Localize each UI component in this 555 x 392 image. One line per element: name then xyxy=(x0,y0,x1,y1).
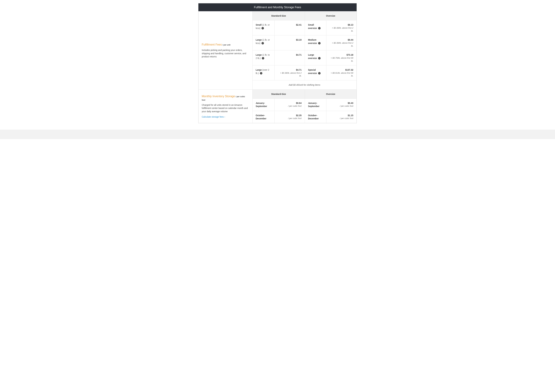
per-unit: / per cubic foot xyxy=(278,105,301,108)
fulfillment-title: Fulfillment Fees xyxy=(202,43,222,46)
info-icon[interactable]: i xyxy=(318,27,321,29)
fulfillment-section: Fulfillment Fees / per unit Includes pic… xyxy=(198,11,253,90)
period-label: January-September xyxy=(308,102,319,107)
info-icon[interactable]: i xyxy=(318,57,321,59)
per-unit: / per cubic foot xyxy=(329,105,353,108)
price-extra: + $0.79/lb. above first 90 lb. xyxy=(329,57,353,63)
fulfillment-description: Includes picking and packing your orders… xyxy=(202,49,249,58)
standard-size-header: Standard-Size xyxy=(253,11,305,20)
fulfillment-unit: / per unit xyxy=(222,44,231,46)
storage-description: Charged for all units stored in an Amazo… xyxy=(202,103,249,113)
fees-table: Fulfillment Fees / per unit Includes pic… xyxy=(198,11,357,123)
price-value: $4.71 xyxy=(278,53,301,57)
info-icon[interactable]: i xyxy=(318,72,321,74)
price-extra: + $0.38/lb. above first 2 lb. xyxy=(329,27,353,33)
info-icon[interactable]: i xyxy=(260,72,262,74)
storage-title: Monthly Inventory Storage xyxy=(202,95,235,98)
tier-name: Small xyxy=(256,24,262,26)
price-value: $1.15 xyxy=(348,114,353,117)
price-value: $137.32 xyxy=(345,69,353,71)
tier-name: Large xyxy=(256,39,262,41)
period-label: October-December xyxy=(308,114,319,120)
price-value: $8.13 xyxy=(348,24,353,26)
price-extra: + $0.91/lb. above first 90 lb. xyxy=(329,71,353,78)
calculate-storage-link[interactable]: Calculate storage fees› xyxy=(202,115,225,118)
period-label: January-September xyxy=(256,102,267,107)
footer-area xyxy=(0,130,555,139)
info-icon[interactable]: i xyxy=(262,57,264,59)
period-label: October-December xyxy=(256,114,266,120)
per-unit: / per cubic foot xyxy=(278,117,301,120)
price-extra: + $0.38/lb. above first 2 lb. xyxy=(278,71,301,78)
tier-name: Special oversize xyxy=(308,69,317,74)
clothing-note: Add $0.40/unit for clothing items xyxy=(253,80,357,89)
chevron-right-icon: › xyxy=(224,115,225,118)
page-title: Fulfillment and Monthly Storage Fees xyxy=(198,3,357,11)
tier-name: Medium oversize xyxy=(308,39,317,44)
tier-name: Large oversize xyxy=(308,54,317,59)
price-value: $2.41 xyxy=(278,23,301,26)
standard-size-header: Standard-Size xyxy=(253,89,305,99)
info-icon[interactable]: i xyxy=(318,42,321,44)
price-value: $73.18 xyxy=(346,54,353,56)
oversize-header: Oversize xyxy=(305,89,357,99)
info-icon[interactable]: i xyxy=(262,27,264,29)
link-label: Calculate storage fees xyxy=(202,115,224,118)
oversize-header: Oversize xyxy=(305,11,357,20)
tier-name: Large xyxy=(256,54,262,56)
tier-name: Small oversize xyxy=(308,24,317,29)
price-value: $2.35 xyxy=(296,114,301,117)
storage-section: Monthly Inventory Storage / per cubic fo… xyxy=(198,89,253,123)
info-icon[interactable]: i xyxy=(262,42,264,44)
price-value: $0.43 xyxy=(348,102,353,104)
price-value: $4.71 xyxy=(296,69,301,71)
price-value: $9.44 xyxy=(348,39,353,41)
per-unit: / per cubic foot xyxy=(329,117,353,120)
price-value: $0.64 xyxy=(296,102,301,104)
price-value: $3.19 xyxy=(278,38,301,41)
tier-name: Large xyxy=(256,69,262,71)
price-extra: + $0.38/lb. above first 2 lb. xyxy=(329,42,353,48)
